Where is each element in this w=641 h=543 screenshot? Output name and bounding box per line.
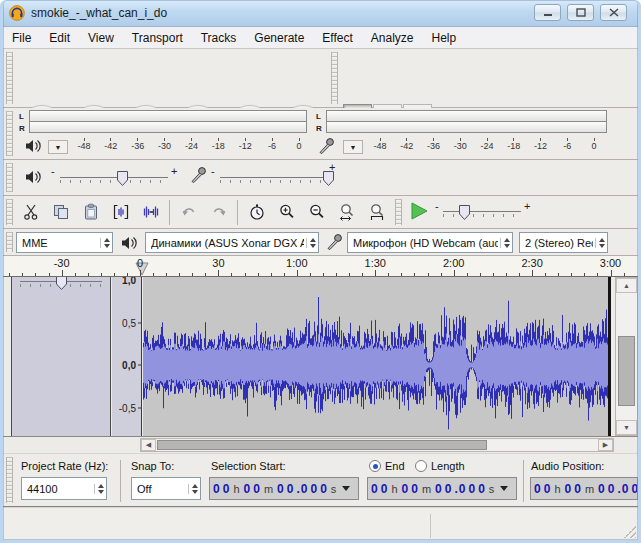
timefield-digit[interactable]: 0 [301,482,308,496]
waveform-canvas[interactable] [143,277,608,435]
undo-button[interactable] [175,199,203,225]
timefield-digit[interactable]: 0 [371,482,378,496]
transport-toolbar-grabber[interactable] [6,52,13,104]
copy-button[interactable] [47,199,75,225]
minimize-button[interactable] [534,4,561,21]
timefield-digit[interactable]: 0 [459,482,466,496]
input-volume-thumb[interactable] [323,171,334,186]
play-speed-thumb[interactable] [459,205,470,220]
vertical-ruler[interactable]: 1,00,50,0-0,5 [112,277,142,436]
timefield-digit[interactable]: 0 [598,482,605,496]
timefield-digit[interactable]: 0 [320,482,327,496]
timefield-digit[interactable]: 0 [478,482,485,496]
playback-meter-dropdown[interactable]: ▼ [48,140,68,154]
timeline-ruler[interactable]: -300301:001:302:002:303:00 [3,256,638,277]
end-radio[interactable] [369,460,381,472]
timefield-digit[interactable]: 0 [608,482,615,496]
audio-position-field[interactable]: 00h00m00.000s [530,477,638,500]
menu-help[interactable]: Help [423,27,466,49]
timefield-digit[interactable]: 0 [253,482,260,496]
audio-host-select[interactable]: MME [16,232,113,253]
silence-audio-button[interactable] [137,199,165,225]
selection-toolbar-grabber[interactable] [6,457,13,503]
timefield-digit[interactable]: 0 [381,482,388,496]
output-volume-thumb[interactable] [117,171,128,186]
mixer-toolbar-grabber[interactable] [6,163,13,192]
timefield-unit[interactable]: s [489,483,495,495]
timefield-digit[interactable]: . [454,482,457,496]
timefield-digit[interactable]: 0 [223,482,230,496]
menu-effect[interactable]: Effect [313,27,361,49]
timefield-unit[interactable]: m [422,483,431,495]
timefield-digit[interactable]: . [617,482,620,496]
timefield-unit[interactable]: h [554,483,560,495]
play-at-speed-grabber[interactable] [395,199,402,225]
title-bar[interactable]: smokie_-_what_can_i_do [0,0,641,27]
timefield-digit[interactable]: . [296,482,299,496]
timefield-digit[interactable]: 0 [544,482,551,496]
recording-meter-right-bar[interactable] [326,121,607,133]
project-rate-select[interactable]: 44100 [21,477,107,500]
menu-edit[interactable]: Edit [40,27,79,49]
resize-grip-icon[interactable] [624,526,636,538]
selection-end-field[interactable]: 00h00m00.000s [367,477,517,500]
play-speed-slider[interactable] [443,204,521,222]
timefield-dropdown-icon[interactable] [342,486,350,491]
timefield-digit[interactable]: 0 [244,482,251,496]
tools-toolbar-grabber[interactable] [331,52,338,104]
recording-meter-dropdown[interactable]: ▼ [343,140,363,154]
timefield-digit[interactable]: 0 [411,482,418,496]
timefield-unit[interactable]: h [391,483,397,495]
menu-view[interactable]: View [79,27,123,49]
horizontal-scrollbar[interactable]: ◀ ▶ [140,438,614,452]
play-at-speed-button[interactable] [405,198,433,224]
timefield-dropdown-icon[interactable] [500,486,508,491]
scroll-down-button[interactable]: ▼ [616,420,637,435]
waveform-track[interactable] [143,277,608,436]
track-control-panel[interactable] [11,277,111,436]
timefield-digit[interactable]: 0 [277,482,284,496]
horizontal-scroll-thumb[interactable] [157,440,487,450]
edit-toolbar-grabber[interactable] [6,199,13,225]
maximize-button[interactable] [567,4,594,21]
device-toolbar-grabber[interactable] [6,232,13,252]
playback-meter-right-bar[interactable] [29,121,307,133]
close-button[interactable] [600,4,627,21]
timefield-digit[interactable]: 0 [435,482,442,496]
trim-audio-button[interactable] [107,199,135,225]
vertical-scrollbar[interactable]: ▲ ▼ [615,277,638,436]
cut-button[interactable] [17,199,45,225]
recording-device-select[interactable]: Микрофон (HD Webcam (audi [347,232,513,253]
menu-transport[interactable]: Transport [123,27,192,49]
selection-start-field[interactable]: 00h00m00.000s [209,477,359,500]
timefield-digit[interactable]: 0 [402,482,409,496]
menu-tracks[interactable]: Tracks [192,27,246,49]
timefield-unit[interactable]: h [233,483,239,495]
timefield-unit[interactable]: m [264,483,273,495]
menu-generate[interactable]: Generate [245,27,313,49]
timefield-digit[interactable]: 0 [468,482,475,496]
timefield-unit[interactable]: m [585,483,594,495]
timefield-digit[interactable]: 0 [310,482,317,496]
menu-file[interactable]: File [3,27,40,49]
track-pan-thumb[interactable] [56,277,67,290]
sync-lock-button[interactable] [243,199,271,225]
scroll-up-button[interactable]: ▲ [616,278,637,293]
timefield-digit[interactable]: 0 [565,482,572,496]
scroll-right-button[interactable]: ▶ [598,439,613,451]
timefield-digit[interactable]: 0 [631,482,638,496]
recording-channels-select[interactable]: 2 (Stereo) Record [519,232,608,253]
playback-device-select[interactable]: Динамики (ASUS Xonar DGX A [145,232,319,253]
fit-project-button[interactable] [363,199,391,225]
timefield-digit[interactable]: 0 [622,482,629,496]
snap-to-select[interactable]: Off [131,477,201,500]
redo-button[interactable] [205,199,233,225]
zoom-out-button[interactable] [303,199,331,225]
length-radio[interactable] [415,460,427,472]
playback-meter-grabber[interactable] [6,111,13,156]
timefield-digit[interactable]: 0 [534,482,541,496]
menu-analyze[interactable]: Analyze [362,27,423,49]
timefield-digit[interactable]: 0 [213,482,220,496]
paste-button[interactable] [77,199,105,225]
fit-selection-button[interactable] [333,199,361,225]
